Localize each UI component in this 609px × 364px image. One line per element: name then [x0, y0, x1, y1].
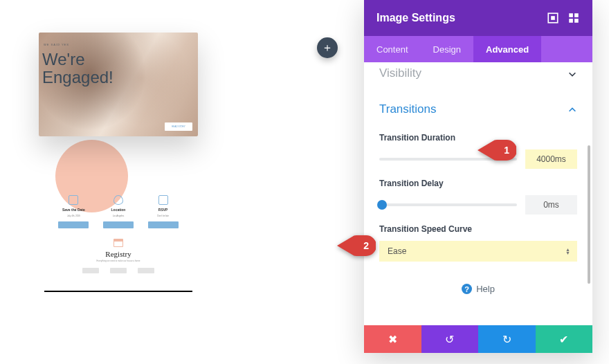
info-sub: Los Angeles — [113, 215, 124, 217]
section-transitions[interactable]: Transitions — [379, 90, 577, 123]
speed-curve-select[interactable]: Ease ▲▼ — [379, 241, 577, 262]
transition-delay-label: Transition Delay — [379, 179, 577, 188]
hero-card: WE SAID YES We're Engaged! READ STORY — [39, 33, 198, 136]
hero-cta-button[interactable]: READ STORY — [165, 122, 192, 131]
section-title: Transitions — [379, 102, 437, 116]
transition-duration-row: 4000ms — [379, 149, 577, 169]
info-button[interactable] — [148, 221, 179, 228]
value-text: 0ms — [543, 200, 559, 210]
info-button[interactable] — [103, 221, 134, 228]
gift-icon — [113, 239, 123, 247]
tab-label: Design — [433, 44, 461, 55]
info-button[interactable] — [58, 221, 89, 228]
cancel-button[interactable]: ✖ — [364, 325, 421, 353]
hero-cta-label: READ STORY — [172, 125, 185, 128]
svg-rect-4 — [569, 19, 573, 23]
expand-icon[interactable] — [547, 12, 559, 24]
hero-title-line-1: We're — [42, 50, 85, 69]
confirm-button[interactable]: ✔ — [536, 325, 593, 353]
panel-body: Visibility Transitions Transition Durati… — [364, 62, 592, 325]
chevron-up-icon — [567, 104, 577, 114]
slider-thumb[interactable] — [377, 200, 387, 210]
tab-design[interactable]: Design — [421, 36, 473, 62]
panel-tabs: Content Design Advanced — [364, 36, 592, 62]
brand-logo — [138, 268, 154, 273]
brand-logo — [110, 268, 127, 273]
grid-icon[interactable] — [567, 12, 580, 24]
hero-subhead: WE SAID YES — [44, 43, 69, 46]
location-icon — [113, 195, 123, 205]
info-col-location: Location Los Angeles — [98, 195, 139, 228]
select-value: Ease — [388, 246, 406, 256]
redo-icon: ↻ — [502, 333, 511, 346]
info-col-rsvp: RSVP Don't be late — [143, 195, 184, 228]
hero-title: We're Engaged! — [42, 51, 113, 87]
panel-title: Image Settings — [376, 12, 538, 24]
help-icon: ? — [462, 284, 472, 294]
transition-duration-value[interactable]: 4000ms — [525, 149, 577, 169]
hero-title-line-2: Engaged! — [42, 68, 113, 87]
value-text: 4000ms — [536, 154, 566, 164]
add-module-button[interactable]: ＋ — [317, 37, 338, 58]
redo-button[interactable]: ↻ — [478, 325, 536, 353]
help-label: Help — [476, 284, 495, 294]
brand-logo — [82, 268, 99, 273]
transition-duration-slider[interactable] — [379, 158, 517, 161]
transition-delay-slider[interactable] — [379, 203, 517, 206]
info-label: Location — [111, 208, 126, 212]
info-col-date: Save the Date July 4th, 2019 — [53, 195, 94, 228]
transition-delay-row: 0ms — [379, 195, 577, 215]
check-icon: ✔ — [559, 333, 568, 346]
transition-duration-label: Transition Duration — [379, 133, 577, 143]
registry-title: Registry — [39, 250, 198, 258]
registry-sub: Everything we need to make our house a h… — [39, 260, 198, 262]
transition-delay-value[interactable]: 0ms — [525, 195, 577, 215]
calendar-icon — [69, 195, 78, 205]
tab-label: Advanced — [486, 44, 529, 55]
section-visibility[interactable]: Visibility — [379, 62, 577, 90]
panel-header: Image Settings — [364, 0, 592, 36]
info-label: Save the Date — [62, 208, 85, 212]
registry-logos — [39, 268, 198, 273]
close-icon: ✖ — [388, 333, 397, 346]
svg-rect-3 — [574, 13, 579, 17]
mail-icon — [158, 195, 168, 205]
settings-panel: Image Settings Content Design Advanced V… — [364, 0, 592, 353]
svg-rect-5 — [574, 19, 579, 23]
info-label: RSVP — [158, 208, 168, 212]
chevron-down-icon — [567, 69, 577, 78]
plus-icon: ＋ — [322, 41, 333, 55]
tab-content[interactable]: Content — [364, 36, 421, 62]
help-button[interactable]: ? Help — [379, 284, 577, 294]
undo-icon: ↺ — [445, 333, 454, 346]
speed-curve-label: Transition Speed Curve — [379, 224, 577, 234]
info-row: Save the Date July 4th, 2019 Location Lo… — [39, 195, 198, 228]
registry-block: Registry Everything we need to make our … — [39, 239, 198, 273]
info-sub: Don't be late — [157, 215, 169, 217]
svg-rect-1 — [551, 16, 555, 20]
section-title: Visibility — [379, 66, 421, 80]
info-sub: July 4th, 2019 — [67, 215, 80, 217]
tab-label: Content — [376, 44, 408, 55]
preview-divider — [44, 291, 192, 292]
tab-advanced[interactable]: Advanced — [473, 36, 541, 62]
panel-footer: ✖ ↺ ↻ ✔ — [364, 325, 592, 353]
svg-rect-2 — [569, 13, 573, 17]
undo-button[interactable]: ↺ — [421, 325, 479, 353]
page-preview: WE SAID YES We're Engaged! READ STORY Sa… — [39, 33, 198, 268]
select-stepper-icon: ▲▼ — [565, 248, 570, 255]
scrollbar[interactable] — [588, 145, 590, 284]
